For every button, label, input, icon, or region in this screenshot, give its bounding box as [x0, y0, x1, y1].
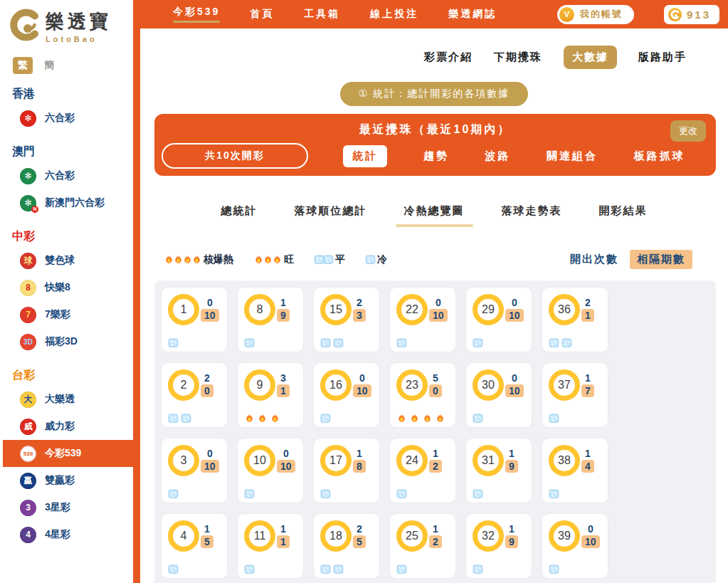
sidebar-item[interactable]: 33星彩 — [3, 494, 140, 521]
number-card[interactable]: 1718 — [313, 438, 380, 503]
sidebar-item[interactable]: ✻六合彩 — [3, 162, 140, 189]
card-values: 12 — [429, 524, 442, 548]
number-card[interactable]: 1111 — [237, 513, 304, 579]
top-nav-item[interactable]: 今彩539 — [173, 6, 220, 23]
card-values: 19 — [505, 524, 518, 548]
sidebar-item[interactable]: 77樂彩 — [3, 301, 140, 328]
sub-tab[interactable]: 總統計 — [221, 204, 258, 227]
number-ball: 32 — [473, 520, 504, 552]
panel-tab[interactable]: 波路 — [485, 149, 510, 163]
brand-title: 樂透寶 — [46, 9, 112, 34]
sub-tab[interactable]: 冷熱總覽圖 — [404, 204, 465, 227]
lang-simplified-button[interactable]: 簡 — [44, 59, 54, 72]
gap-periods-value: 10 — [353, 384, 371, 397]
page-tab[interactable]: 下期攪珠 — [494, 51, 542, 64]
number-ball: 1 — [168, 294, 199, 325]
number-card[interactable]: 3621 — [542, 287, 608, 352]
number-ball: 10 — [244, 445, 275, 476]
number-card[interactable]: 10010 — [237, 438, 304, 503]
number-card[interactable]: 1825 — [313, 513, 380, 579]
number-ball: 36 — [549, 294, 580, 325]
top-nav: 今彩539首頁工具箱線上投注樂透網誌 — [173, 6, 497, 23]
number-card[interactable]: 29010 — [465, 287, 532, 352]
gap-periods-value: 4 — [581, 460, 594, 473]
page-tab[interactable]: 版路助手 — [638, 51, 687, 64]
draw-count-value: 1 — [204, 524, 210, 535]
coin-balance-badge[interactable]: 913 — [664, 5, 719, 24]
gap-periods-value: 2 — [429, 460, 442, 473]
number-card[interactable]: 3119 — [465, 438, 532, 503]
ice-icon — [320, 488, 331, 499]
draw-count-value: 0 — [359, 373, 365, 384]
legend-item: 旺 — [253, 253, 294, 266]
fire-icon — [396, 413, 445, 424]
draw-count-button[interactable]: 共10次開彩 — [162, 143, 308, 169]
sub-tab[interactable]: 落球順位總計 — [295, 204, 367, 227]
card-values: 11 — [277, 524, 290, 548]
card-values: 010 — [581, 524, 600, 548]
number-card[interactable]: 2512 — [389, 513, 456, 579]
ice-icon — [314, 254, 332, 265]
number-card[interactable]: 220 — [161, 362, 228, 428]
top-nav-item[interactable]: 工具箱 — [304, 8, 340, 21]
draw-count-value: 1 — [280, 524, 286, 535]
sidebar-group-title: 台彩 — [0, 368, 140, 383]
sidebar-item[interactable]: ✻N新澳門六合彩 — [3, 189, 140, 216]
draw-count-value: 2 — [585, 298, 591, 308]
coin-value: 913 — [687, 9, 711, 21]
brand-logo[interactable]: 樂透寶 LotoBao — [0, 0, 140, 47]
sidebar-item[interactable]: 3D福彩3D — [3, 328, 140, 355]
number-card[interactable]: 2350 — [389, 362, 456, 428]
number-card[interactable]: 3219 — [465, 513, 532, 579]
main-content: 今彩539首頁工具箱線上投注樂透網誌 V 我的帳號 913 彩票介紹下期攪珠大數… — [140, 0, 728, 583]
panel-tab[interactable]: 板路抓球 — [634, 149, 685, 163]
gap-periods-value: 1 — [277, 535, 290, 548]
sidebar-item-label: 新澳門六合彩 — [45, 196, 105, 209]
number-card[interactable]: 39010 — [542, 513, 608, 579]
number-card[interactable]: 30010 — [465, 362, 532, 428]
top-nav-item[interactable]: 線上投注 — [370, 8, 418, 21]
ice-icon — [365, 254, 374, 265]
page-tabs: 彩票介紹下期攪珠大數據版路助手 — [140, 28, 728, 69]
lang-traditional-button[interactable]: 繁 — [13, 57, 33, 74]
card-values: 15 — [201, 524, 213, 548]
page-tab[interactable]: 大數據 — [564, 46, 617, 69]
sidebar-item[interactable]: 贏雙贏彩 — [3, 467, 140, 494]
sub-tab[interactable]: 落球走勢表 — [502, 204, 562, 227]
metric-gap-periods-toggle[interactable]: 相隔期數 — [630, 250, 692, 269]
number-card[interactable]: 1010 — [161, 287, 228, 352]
number-card[interactable]: 3717 — [542, 362, 608, 428]
sidebar-item[interactable]: ✻六合彩 — [3, 105, 140, 132]
top-nav-item[interactable]: 樂透網誌 — [448, 8, 497, 21]
number-card[interactable]: 2412 — [389, 438, 456, 503]
sidebar-item-label: 7樂彩 — [45, 308, 70, 321]
sidebar-item[interactable]: 威威力彩 — [3, 413, 140, 440]
gap-periods-value: 10 — [201, 460, 219, 473]
sidebar-item[interactable]: 539今彩539 — [3, 440, 140, 467]
draw-count-value: 0 — [207, 298, 213, 308]
ice-icon — [473, 564, 483, 574]
sidebar-item[interactable]: 44星彩 — [3, 521, 140, 548]
number-card[interactable]: 16010 — [313, 362, 380, 428]
sidebar-item[interactable]: 大大樂透 — [3, 386, 140, 413]
number-card[interactable]: 819 — [237, 287, 304, 352]
number-card[interactable]: 1523 — [313, 287, 380, 352]
number-card[interactable]: 3814 — [542, 438, 608, 503]
number-card[interactable]: 3010 — [161, 438, 228, 503]
number-card[interactable]: 415 — [161, 513, 228, 579]
panel-tab[interactable]: 關連組合 — [547, 149, 598, 163]
top-nav-item[interactable]: 首頁 — [250, 8, 274, 21]
sidebar-item[interactable]: 8快樂8 — [3, 274, 140, 301]
sidebar-item[interactable]: 球雙色球 — [3, 247, 140, 274]
card-values: 010 — [505, 373, 524, 397]
change-button[interactable]: 更改 — [670, 120, 706, 142]
my-account-button[interactable]: V 我的帳號 — [557, 5, 634, 24]
number-card[interactable]: 931 — [237, 362, 304, 428]
lottery-icon: ✻ — [20, 168, 36, 184]
number-card[interactable]: 22010 — [389, 287, 456, 352]
card-values: 20 — [201, 373, 213, 397]
page-tab[interactable]: 彩票介紹 — [424, 51, 473, 64]
panel-tab[interactable]: 統計 — [343, 145, 387, 167]
panel-tab[interactable]: 趨勢 — [423, 149, 449, 163]
sub-tab[interactable]: 開彩結果 — [599, 204, 648, 227]
